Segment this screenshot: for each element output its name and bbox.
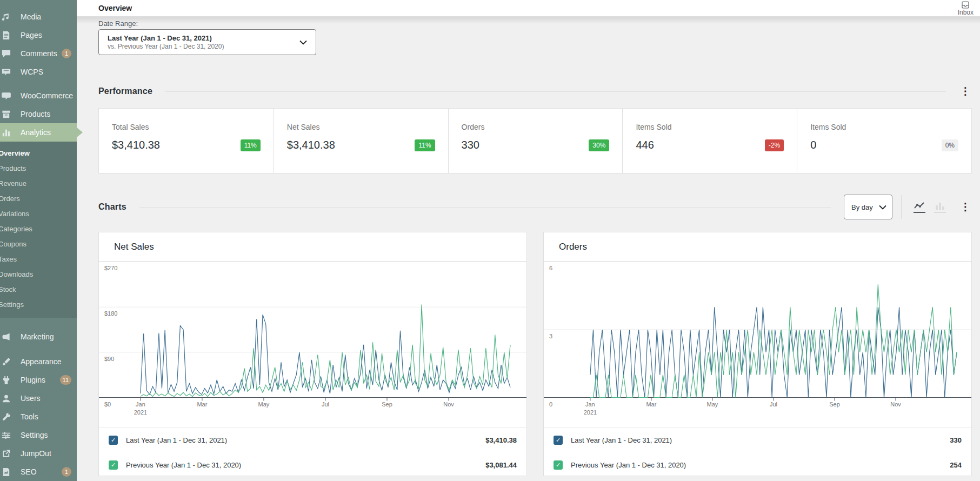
sidebar-item-woocommerce[interactable]: WooCommerce — [0, 86, 77, 105]
sidebar-item-appearance[interactable]: Appearance — [0, 352, 77, 371]
svg-text:Jan: Jan — [136, 401, 145, 407]
submenu-item-products[interactable]: Products — [0, 161, 77, 176]
svg-text:Sep: Sep — [829, 401, 840, 407]
svg-text:Mar: Mar — [646, 401, 656, 407]
svg-text:Jan: Jan — [585, 401, 595, 407]
sidebar-item-analytics[interactable]: Analytics — [0, 123, 77, 142]
submenu-item-stock[interactable]: Stock — [0, 282, 77, 297]
sidebar-item-plugins[interactable]: Plugins11 — [0, 371, 77, 389]
stat-card-orders-2[interactable]: Orders33030% — [448, 109, 623, 173]
series-line-last-year — [141, 315, 510, 395]
page-title: Overview — [98, 4, 132, 12]
series-checkbox[interactable]: ✓ — [554, 436, 563, 445]
analytics-icon — [1, 127, 15, 138]
sidebar-secondary-menu: MarketingAppearancePlugins11UsersToolsSe… — [0, 318, 77, 481]
trend-badge: -2% — [765, 139, 784, 151]
count-badge: 1 — [62, 467, 71, 477]
performance-header: Performance ⋮ — [98, 84, 972, 98]
orders-chart[interactable]: 630Jan2021MarMayJulSepNov — [544, 262, 971, 427]
sidebar-item-tools[interactable]: Tools — [0, 407, 77, 426]
sidebar-item-label: Pages — [21, 31, 77, 39]
submenu-item-downloads[interactable]: Downloads — [0, 267, 77, 282]
svg-text:2021: 2021 — [134, 409, 147, 416]
svg-text:$180: $180 — [104, 310, 117, 317]
sidebar-item-wcps[interactable]: WCPS — [0, 63, 77, 81]
sidebar-item-pages[interactable]: Pages — [0, 26, 77, 44]
sidebar-item-label: WCPS — [21, 68, 77, 76]
count-badge: 1 — [62, 49, 71, 58]
svg-text:Jul: Jul — [770, 401, 777, 407]
charts-title: Charts — [98, 202, 126, 212]
legend-value: $3,081.44 — [485, 461, 517, 469]
bar-chart-type-button[interactable] — [931, 198, 949, 216]
submenu-item-categories[interactable]: Categories — [0, 222, 77, 237]
line-chart-icon — [914, 202, 925, 210]
net-sales-chart[interactable]: $270$180$90$0Jan2021MarMayJulSepNov — [99, 262, 526, 427]
sidebar-item-media[interactable]: Media — [0, 8, 77, 26]
stat-value: $3,410.38 — [287, 139, 415, 151]
series-checkbox[interactable]: ✓ — [109, 436, 118, 445]
sidebar-item-comments[interactable]: Comments1 — [0, 44, 77, 63]
legend-row-last-year: ✓Last Year (Jan 1 - Dec 31, 2021)$3,410.… — [99, 427, 526, 452]
chart-legend: ✓Last Year (Jan 1 - Dec 31, 2021)330✓Pre… — [544, 427, 971, 477]
stat-value: 0 — [810, 139, 941, 151]
submenu-item-coupons[interactable]: Coupons — [0, 237, 77, 252]
svg-text:6: 6 — [549, 265, 552, 271]
svg-text:Sep: Sep — [382, 401, 392, 407]
submenu-item-revenue[interactable]: Revenue — [0, 176, 77, 191]
sidebar-item-label: Users — [21, 394, 77, 403]
sidebar-item-users[interactable]: Users — [0, 389, 77, 407]
trend-badge: 11% — [241, 139, 261, 151]
date-range-select[interactable]: Last Year (Jan 1 - Dec 31, 2021) vs. Pre… — [98, 29, 316, 55]
stat-card-net-sales-1[interactable]: Net Sales$3,410.3811% — [274, 109, 448, 173]
sidebar-item-products[interactable]: Products — [0, 105, 77, 123]
submenu-item-variations[interactable]: Variations — [0, 206, 77, 222]
svg-text:3: 3 — [549, 333, 552, 339]
line-chart-type-button[interactable] — [910, 198, 929, 216]
sidebar-item-settings[interactable]: Settings — [0, 426, 77, 444]
sidebar-item-label: SEO — [21, 467, 58, 476]
legend-label: Previous Year (Jan 1 - Dec 31, 2020) — [571, 461, 950, 469]
users-icon — [1, 393, 15, 404]
sidebar-item-label: Plugins — [21, 376, 57, 384]
inbox-button[interactable]: Inbox — [956, 0, 976, 17]
seo-icon — [1, 466, 15, 477]
date-range-text: Last Year (Jan 1 - Dec 31, 2021) vs. Pre… — [108, 34, 299, 51]
sidebar-item-jumpout[interactable]: JumpOut — [0, 444, 77, 463]
performance-menu-button[interactable]: ⋮ — [959, 85, 972, 98]
charts-header: Charts By day ⋮ — [98, 194, 972, 220]
interval-select[interactable]: By day — [844, 195, 892, 219]
settings-icon — [1, 430, 15, 440]
products-icon — [1, 109, 15, 119]
submenu-item-orders[interactable]: Orders — [0, 191, 77, 206]
series-checkbox[interactable]: ✓ — [109, 460, 118, 470]
charts-menu-button[interactable]: ⋮ — [959, 201, 972, 213]
submenu-item-taxes[interactable]: Taxes — [0, 252, 77, 267]
sidebar-item-label: JumpOut — [21, 449, 77, 458]
series-checkbox[interactable]: ✓ — [554, 460, 563, 470]
stat-card-total-sales-0[interactable]: Total Sales$3,410.3811% — [99, 109, 274, 173]
sidebar-item-marketing[interactable]: Marketing — [0, 328, 77, 346]
submenu-item-settings[interactable]: Settings — [0, 297, 77, 312]
jumpout-icon — [1, 448, 15, 459]
sidebar-item-label: Tools — [21, 412, 77, 421]
tools-icon — [1, 411, 15, 422]
interval-label: By day — [851, 203, 879, 211]
sidebar-item-label: Comments — [21, 49, 58, 58]
submenu-item-overview[interactable]: Overview — [0, 146, 77, 161]
sidebar-item-label: Analytics — [21, 128, 77, 137]
sidebar-item-seo[interactable]: SEO1 — [0, 463, 77, 481]
legend-value: 330 — [950, 436, 962, 444]
stat-card-items-sold-3[interactable]: Items Sold446-2% — [622, 109, 797, 173]
plugins-icon — [1, 375, 15, 385]
svg-text:Jul: Jul — [322, 401, 329, 407]
stat-label: Orders — [462, 123, 610, 131]
pages-icon — [1, 30, 15, 41]
svg-text:Nov: Nov — [443, 401, 454, 407]
wcps-icon — [1, 66, 15, 77]
stat-card-items-sold-4[interactable]: Items Sold00% — [797, 109, 971, 173]
orders-chart-panel: Orders630Jan2021MarMayJulSepNov✓Last Yea… — [543, 232, 972, 476]
svg-text:$0: $0 — [104, 401, 111, 407]
analytics-submenu: OverviewProductsRevenueOrdersVariationsC… — [0, 142, 77, 318]
legend-value: 254 — [950, 461, 962, 469]
